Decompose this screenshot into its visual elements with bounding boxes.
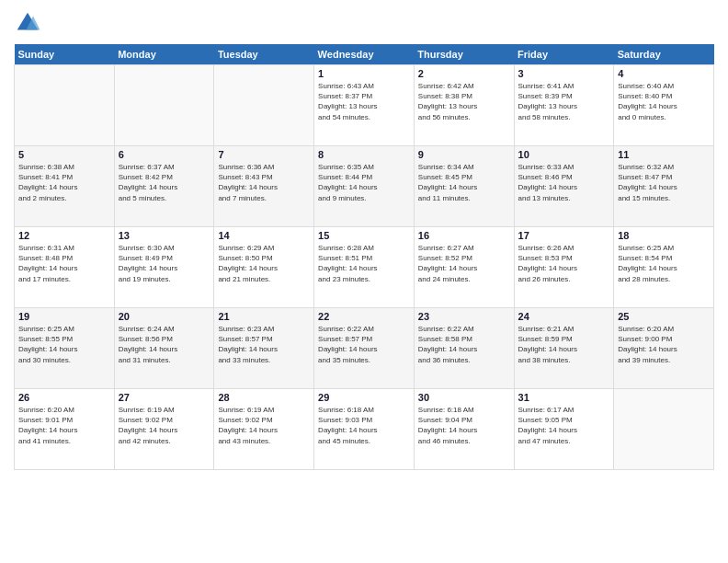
calendar-cell: 22Sunrise: 6:22 AMSunset: 8:57 PMDayligh… — [314, 308, 415, 389]
calendar-cell: 3Sunrise: 6:41 AMSunset: 8:39 PMDaylight… — [514, 65, 614, 146]
day-number: 15 — [318, 230, 410, 241]
day-number: 2 — [418, 68, 510, 79]
day-info: Sunrise: 6:23 AMSunset: 8:57 PMDaylight:… — [218, 324, 310, 365]
calendar-cell: 27Sunrise: 6:19 AMSunset: 9:02 PMDayligh… — [114, 389, 214, 470]
day-number: 18 — [618, 230, 710, 241]
calendar-cell: 31Sunrise: 6:17 AMSunset: 9:05 PMDayligh… — [514, 389, 614, 470]
day-info: Sunrise: 6:18 AMSunset: 9:03 PMDaylight:… — [318, 405, 410, 446]
day-number: 28 — [218, 392, 310, 403]
day-number: 14 — [218, 230, 310, 241]
day-info: Sunrise: 6:37 AMSunset: 8:42 PMDaylight:… — [119, 162, 210, 203]
day-number: 20 — [119, 311, 210, 322]
day-info: Sunrise: 6:28 AMSunset: 8:51 PMDaylight:… — [318, 243, 410, 284]
calendar-cell: 11Sunrise: 6:32 AMSunset: 8:47 PMDayligh… — [614, 146, 714, 227]
calendar-cell: 18Sunrise: 6:25 AMSunset: 8:54 PMDayligh… — [614, 227, 714, 308]
day-info: Sunrise: 6:29 AMSunset: 8:50 PMDaylight:… — [218, 243, 310, 284]
day-info: Sunrise: 6:41 AMSunset: 8:39 PMDaylight:… — [518, 81, 610, 122]
day-info: Sunrise: 6:27 AMSunset: 8:52 PMDaylight:… — [418, 243, 510, 284]
day-info: Sunrise: 6:36 AMSunset: 8:43 PMDaylight:… — [218, 162, 310, 203]
day-number: 13 — [119, 230, 210, 241]
calendar-table: SundayMondayTuesdayWednesdayThursdayFrid… — [14, 44, 714, 470]
calendar-cell: 9Sunrise: 6:34 AMSunset: 8:45 PMDaylight… — [414, 146, 514, 227]
calendar-cell: 24Sunrise: 6:21 AMSunset: 8:59 PMDayligh… — [514, 308, 614, 389]
day-info: Sunrise: 6:24 AMSunset: 8:56 PMDaylight:… — [119, 324, 210, 365]
day-info: Sunrise: 6:19 AMSunset: 9:02 PMDaylight:… — [119, 405, 210, 446]
calendar-header-row: SundayMondayTuesdayWednesdayThursdayFrid… — [15, 44, 714, 65]
day-info: Sunrise: 6:19 AMSunset: 9:02 PMDaylight:… — [218, 405, 310, 446]
day-number: 7 — [218, 149, 310, 160]
calendar-cell: 26Sunrise: 6:20 AMSunset: 9:01 PMDayligh… — [15, 389, 115, 470]
calendar-cell — [15, 65, 115, 146]
day-info: Sunrise: 6:17 AMSunset: 9:05 PMDaylight:… — [518, 405, 610, 446]
calendar-cell: 8Sunrise: 6:35 AMSunset: 8:44 PMDaylight… — [314, 146, 415, 227]
day-info: Sunrise: 6:25 AMSunset: 8:54 PMDaylight:… — [618, 243, 710, 284]
calendar-cell: 28Sunrise: 6:19 AMSunset: 9:02 PMDayligh… — [214, 389, 314, 470]
calendar-cell: 23Sunrise: 6:22 AMSunset: 8:58 PMDayligh… — [414, 308, 514, 389]
day-info: Sunrise: 6:20 AMSunset: 9:00 PMDaylight:… — [618, 324, 710, 365]
calendar-cell: 2Sunrise: 6:42 AMSunset: 8:38 PMDaylight… — [414, 65, 514, 146]
calendar-cell: 30Sunrise: 6:18 AMSunset: 9:04 PMDayligh… — [414, 389, 514, 470]
day-number: 21 — [218, 311, 310, 322]
calendar-cell — [214, 65, 314, 146]
day-info: Sunrise: 6:30 AMSunset: 8:49 PMDaylight:… — [119, 243, 210, 284]
day-info: Sunrise: 6:18 AMSunset: 9:04 PMDaylight:… — [418, 405, 510, 446]
day-info: Sunrise: 6:22 AMSunset: 8:58 PMDaylight:… — [418, 324, 510, 365]
calendar-cell: 7Sunrise: 6:36 AMSunset: 8:43 PMDaylight… — [214, 146, 314, 227]
day-number: 6 — [119, 149, 210, 160]
day-of-week-friday: Friday — [514, 44, 614, 65]
day-info: Sunrise: 6:25 AMSunset: 8:55 PMDaylight:… — [18, 324, 110, 365]
day-info: Sunrise: 6:42 AMSunset: 8:38 PMDaylight:… — [418, 81, 510, 122]
logo-icon — [14, 9, 41, 37]
day-info: Sunrise: 6:33 AMSunset: 8:46 PMDaylight:… — [518, 162, 610, 203]
calendar-cell: 13Sunrise: 6:30 AMSunset: 8:49 PMDayligh… — [114, 227, 214, 308]
day-of-week-sunday: Sunday — [15, 44, 115, 65]
day-number: 9 — [418, 149, 510, 160]
day-number: 22 — [318, 311, 410, 322]
day-number: 26 — [18, 392, 110, 403]
calendar-cell: 4Sunrise: 6:40 AMSunset: 8:40 PMDaylight… — [614, 65, 714, 146]
day-info: Sunrise: 6:32 AMSunset: 8:47 PMDaylight:… — [618, 162, 710, 203]
day-of-week-thursday: Thursday — [414, 44, 514, 65]
calendar-cell: 15Sunrise: 6:28 AMSunset: 8:51 PMDayligh… — [314, 227, 415, 308]
calendar-cell: 17Sunrise: 6:26 AMSunset: 8:53 PMDayligh… — [514, 227, 614, 308]
day-number: 29 — [318, 392, 410, 403]
calendar-cell: 12Sunrise: 6:31 AMSunset: 8:48 PMDayligh… — [15, 227, 115, 308]
day-number: 19 — [18, 311, 110, 322]
day-of-week-saturday: Saturday — [614, 44, 714, 65]
page-header — [14, 9, 714, 37]
calendar-cell: 1Sunrise: 6:43 AMSunset: 8:37 PMDaylight… — [314, 65, 415, 146]
day-number: 11 — [618, 149, 710, 160]
day-of-week-wednesday: Wednesday — [314, 44, 415, 65]
day-number: 3 — [518, 68, 610, 79]
day-of-week-monday: Monday — [114, 44, 214, 65]
day-info: Sunrise: 6:21 AMSunset: 8:59 PMDaylight:… — [518, 324, 610, 365]
calendar-week-row: 26Sunrise: 6:20 AMSunset: 9:01 PMDayligh… — [15, 389, 714, 470]
day-of-week-tuesday: Tuesday — [214, 44, 314, 65]
calendar-week-row: 19Sunrise: 6:25 AMSunset: 8:55 PMDayligh… — [15, 308, 714, 389]
calendar-cell: 6Sunrise: 6:37 AMSunset: 8:42 PMDaylight… — [114, 146, 214, 227]
calendar-cell: 5Sunrise: 6:38 AMSunset: 8:41 PMDaylight… — [15, 146, 115, 227]
calendar-cell: 10Sunrise: 6:33 AMSunset: 8:46 PMDayligh… — [514, 146, 614, 227]
calendar-cell: 19Sunrise: 6:25 AMSunset: 8:55 PMDayligh… — [15, 308, 115, 389]
day-number: 5 — [18, 149, 110, 160]
day-info: Sunrise: 6:34 AMSunset: 8:45 PMDaylight:… — [418, 162, 510, 203]
day-info: Sunrise: 6:26 AMSunset: 8:53 PMDaylight:… — [518, 243, 610, 284]
day-number: 30 — [418, 392, 510, 403]
day-number: 25 — [618, 311, 710, 322]
logo — [14, 9, 45, 37]
day-number: 12 — [18, 230, 110, 241]
day-number: 17 — [518, 230, 610, 241]
day-info: Sunrise: 6:43 AMSunset: 8:37 PMDaylight:… — [318, 81, 410, 122]
calendar-cell: 25Sunrise: 6:20 AMSunset: 9:00 PMDayligh… — [614, 308, 714, 389]
calendar-week-row: 12Sunrise: 6:31 AMSunset: 8:48 PMDayligh… — [15, 227, 714, 308]
day-number: 4 — [618, 68, 710, 79]
calendar-cell: 14Sunrise: 6:29 AMSunset: 8:50 PMDayligh… — [214, 227, 314, 308]
day-info: Sunrise: 6:40 AMSunset: 8:40 PMDaylight:… — [618, 81, 710, 122]
day-number: 24 — [518, 311, 610, 322]
calendar-week-row: 1Sunrise: 6:43 AMSunset: 8:37 PMDaylight… — [15, 65, 714, 146]
day-number: 1 — [318, 68, 410, 79]
day-number: 27 — [119, 392, 210, 403]
day-info: Sunrise: 6:22 AMSunset: 8:57 PMDaylight:… — [318, 324, 410, 365]
day-number: 31 — [518, 392, 610, 403]
calendar-cell: 16Sunrise: 6:27 AMSunset: 8:52 PMDayligh… — [414, 227, 514, 308]
